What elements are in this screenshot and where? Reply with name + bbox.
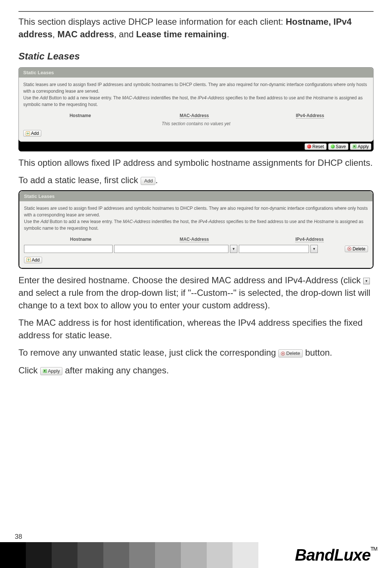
footer-square: [52, 542, 78, 568]
apply-icon: [353, 144, 357, 148]
panel2-th-mac: MAC-Address: [138, 237, 251, 242]
panel2-delete-button[interactable]: Delete: [345, 246, 368, 252]
panel1-footer: Reset Save Apply: [18, 142, 374, 151]
intro-end: .: [227, 29, 229, 39]
panel1-header: Static Leases: [19, 68, 373, 78]
para4: The MAC address is for host identificati…: [18, 316, 374, 341]
panel2-add-label: Add: [32, 257, 39, 263]
save-icon: [331, 144, 335, 148]
add-icon: [27, 258, 31, 262]
panel1-desc-host: Hostname: [313, 95, 333, 100]
panel2-desc-host: Hostname: [314, 219, 334, 224]
inline-add-button[interactable]: Add: [141, 177, 155, 185]
page-number: 38: [15, 533, 22, 541]
footer-bar: BandLuxeTM: [0, 542, 392, 568]
desc-after-panel1: This option allows fixed IP address and …: [18, 157, 374, 169]
footer-square: [78, 542, 103, 568]
panel1-desc-2d: specifies to the fixed address to use an…: [224, 95, 313, 100]
panel1-desc-2b: Button to add a new lease entry. The: [48, 95, 122, 100]
brand-logo: BandLuxeTM: [295, 546, 377, 564]
para5: To remove any unwanted static lease, jus…: [18, 346, 374, 359]
panel2-table-headers: Hostname MAC-Address IPv4-Address: [24, 237, 368, 242]
hostname-input[interactable]: [24, 245, 113, 253]
panel1-desc-2c: indentifies the host, the: [149, 95, 197, 100]
apply-button[interactable]: Apply: [350, 143, 371, 150]
inline-apply-button[interactable]: Apply: [40, 367, 63, 375]
add-lease-text-a: To add a static lease, first click: [18, 175, 141, 185]
section-title-static-leases: Static Leases: [18, 51, 374, 62]
static-leases-panel-2: Static Leases Static leases are used to …: [18, 190, 374, 269]
add-icon: [26, 131, 30, 136]
panel1-desc-mac: MAC-Address: [122, 95, 150, 100]
panel1-desc-2a: Use the: [23, 95, 40, 100]
save-button[interactable]: Save: [328, 143, 348, 150]
para5b: button.: [305, 348, 332, 357]
para5a: To remove any unwanted static lease, jus…: [18, 348, 278, 357]
inline-delete-button[interactable]: Delete: [278, 349, 303, 357]
panel1-desc-add: Add: [40, 95, 48, 100]
panel2-desc-line1: Static leases are used to assign fixed I…: [24, 206, 368, 218]
add-lease-instruction: To add a static lease, first click Add.: [18, 174, 374, 187]
inline-dropdown-icon[interactable]: ▼: [363, 278, 370, 284]
panel2-th-hostname: Hostname: [24, 237, 138, 242]
footer-square: [26, 542, 52, 568]
footer-square: [0, 542, 26, 568]
footer-square: [181, 542, 207, 568]
static-leases-panel-1: Static Leases Static leases are used to …: [18, 67, 374, 151]
footer-square: [155, 542, 181, 568]
panel1-th-hostname: Hostname: [23, 113, 137, 118]
para3: Enter the desired hostname. Choose the d…: [18, 274, 374, 311]
apply-icon: [43, 369, 47, 373]
para3a: Enter the desired hostname. Choose the d…: [18, 275, 363, 285]
mac-dropdown-button[interactable]: ▼: [230, 245, 237, 253]
para6a: Click: [18, 365, 40, 375]
ipv4-dropdown-button[interactable]: ▼: [310, 245, 318, 253]
panel1-add-button[interactable]: Add: [23, 130, 41, 137]
panel2-desc: Static leases are used to assign fixed I…: [24, 205, 368, 232]
footer-square: [129, 542, 155, 568]
footer-square: [103, 542, 129, 568]
panel1-desc-line1: Static leases are used to assign fixed I…: [23, 82, 367, 94]
panel2-desc-2d: specifies to the fixed address to use an…: [225, 219, 314, 224]
panel1-th-mac: MAC-Address: [137, 113, 251, 118]
intro-sep-2: , and: [114, 29, 136, 39]
panel1-add-label: Add: [31, 131, 39, 136]
intro-bold-2: MAC address: [57, 29, 114, 39]
mac-address-input[interactable]: [114, 245, 228, 253]
para6: Click Apply after making any changes.: [18, 364, 374, 377]
reset-button[interactable]: Reset: [305, 143, 326, 150]
para3b: and select a rule from the drop-down lis…: [18, 288, 370, 310]
footer-squares: [0, 542, 258, 568]
footer-square: [233, 542, 258, 568]
panel2-th-ipv4: IPv4-Address: [251, 237, 368, 242]
panel2-desc-2b: Button to add a new lease entry. The: [48, 219, 123, 224]
panel1-th-ipv4: IPv4-Address: [251, 113, 369, 118]
reset-icon: [307, 144, 311, 148]
panel2-desc-2a: Use the: [24, 219, 41, 224]
panel2-input-row: ▼ ▼ Delete: [24, 245, 368, 253]
panel2-header: Static Leases: [20, 191, 372, 201]
panel2-desc-mac: MAC-Address: [123, 219, 151, 224]
delete-icon: [347, 247, 351, 251]
panel1-table-headers: Hostname MAC-Address IPv4-Address: [23, 113, 369, 118]
para6b: after making any changes.: [65, 365, 169, 375]
panel2-desc-add: Add: [41, 219, 48, 224]
intro-sep-1: ,: [52, 29, 57, 39]
ipv4-address-input[interactable]: [239, 245, 309, 253]
panel2-desc-2c: indentifies the host, the: [150, 219, 198, 224]
panel1-no-values: This section contains no values yet: [23, 121, 369, 126]
panel1-desc-ipv4: IPv4-Address: [198, 95, 224, 100]
panel1-desc: Static leases are used to assign fixed I…: [23, 81, 369, 108]
add-lease-text-b: .: [155, 175, 158, 185]
divider-top: [18, 11, 374, 12]
intro-text-1: This section displays active DHCP lease …: [18, 17, 286, 27]
panel2-desc-ipv4: IPv4-Address: [199, 219, 225, 224]
delete-icon: [281, 352, 285, 356]
panel2-add-button[interactable]: Add: [24, 257, 42, 263]
intro-paragraph: This section displays active DHCP lease …: [18, 16, 374, 40]
intro-bold-3: Lease time remaining: [136, 29, 227, 39]
footer-square: [207, 542, 233, 568]
